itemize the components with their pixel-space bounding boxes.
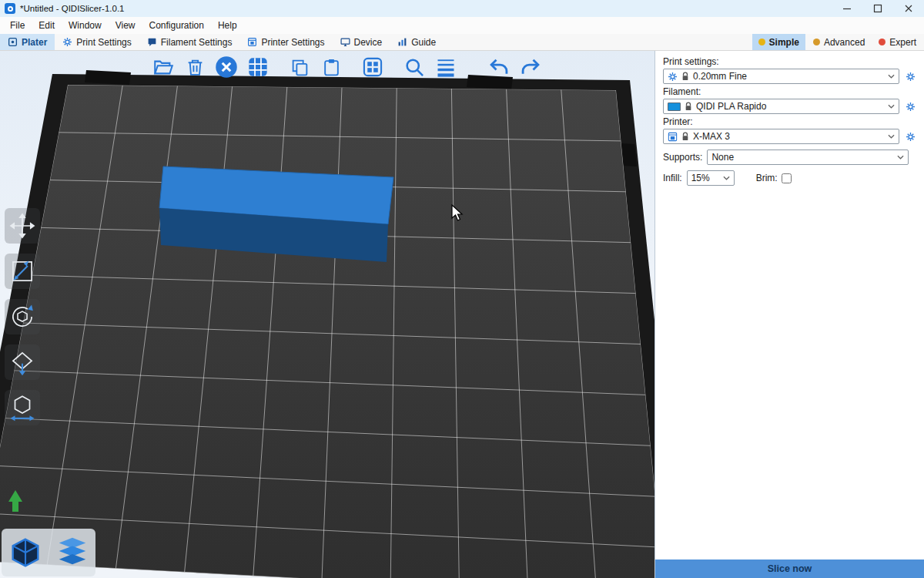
main-area: Print settings: 0.20mm Fine Filament: — [0, 51, 924, 578]
filament-edit-button[interactable] — [904, 99, 916, 113]
printer-edit-button[interactable] — [904, 129, 916, 143]
brim-checkbox[interactable] — [782, 173, 792, 183]
printer-value: X-MAX 3 — [693, 131, 884, 142]
viewport-3d[interactable] — [0, 51, 654, 578]
move-button[interactable] — [5, 208, 40, 244]
search-button[interactable] — [402, 55, 427, 79]
simple-mode-dot-icon — [758, 39, 765, 45]
supports-label: Supports: — [663, 152, 702, 163]
copy-button[interactable] — [287, 55, 312, 79]
filament-color-swatch — [668, 102, 681, 111]
preview-view-button[interactable] — [52, 532, 93, 573]
editor-view-icon — [8, 535, 43, 570]
print-settings-icon — [62, 37, 72, 47]
filament-label: Filament: — [663, 86, 916, 97]
tab-printer-settings[interactable]: Printer Settings — [239, 34, 332, 50]
chevron-down-icon — [888, 134, 895, 139]
supports-select[interactable]: None — [707, 150, 909, 165]
gear-icon — [906, 102, 916, 112]
menu-configuration[interactable]: Configuration — [142, 17, 211, 34]
chevron-down-icon — [897, 155, 904, 160]
place-on-face-button[interactable] — [5, 344, 40, 380]
split-objects-button[interactable] — [360, 55, 385, 79]
undo-button[interactable] — [487, 55, 511, 79]
scale-button[interactable] — [5, 254, 40, 289]
mode-advanced[interactable]: Advanced — [807, 34, 871, 50]
tab-device[interactable]: Device — [333, 34, 390, 50]
sidebar-spacer — [655, 186, 924, 560]
open-icon — [153, 57, 174, 78]
scale-icon — [8, 257, 37, 286]
bed-clip — [85, 70, 131, 85]
printer-select[interactable]: X-MAX 3 — [663, 129, 899, 144]
maximize-button[interactable] — [862, 0, 893, 17]
chevron-down-icon — [723, 176, 730, 180]
app-icon — [5, 3, 15, 14]
delete-all-button[interactable] — [214, 55, 239, 79]
chevron-down-icon — [888, 104, 895, 109]
view-switcher — [2, 529, 95, 576]
redo-button[interactable] — [518, 55, 543, 79]
tab-bar: Plater Print Settings Filament Settings … — [0, 34, 924, 51]
print-bed[interactable] — [0, 51, 654, 578]
plater-icon — [8, 37, 18, 47]
tab-label: Guide — [411, 37, 436, 48]
minimize-button[interactable] — [832, 0, 862, 17]
delete-button[interactable] — [182, 55, 207, 79]
tab-label: Filament Settings — [161, 37, 233, 48]
menu-bar: File Edit Window View Configuration Help — [0, 17, 924, 34]
tab-label: Print Settings — [76, 37, 131, 48]
paste-button[interactable] — [319, 55, 343, 79]
copy-icon — [290, 58, 310, 77]
mode-simple[interactable]: Simple — [752, 34, 805, 50]
printer-icon — [668, 132, 678, 142]
arrange-button[interactable] — [246, 55, 270, 79]
chevron-down-icon — [888, 74, 895, 79]
settings-sidebar: Print settings: 0.20mm Fine Filament: — [654, 51, 924, 578]
cut-button[interactable] — [5, 390, 40, 425]
tab-guide[interactable]: Guide — [390, 34, 444, 50]
tabbar-spacer — [444, 34, 752, 50]
mode-label: Simple — [769, 37, 799, 48]
slice-now-button[interactable]: Slice now — [655, 560, 924, 578]
rotate-button[interactable] — [5, 299, 40, 334]
open-button[interactable] — [151, 55, 176, 79]
tab-label: Device — [354, 37, 383, 48]
move-icon — [8, 211, 37, 240]
window-controls — [832, 0, 924, 17]
mode-label: Advanced — [824, 37, 865, 48]
print-settings-select[interactable]: 0.20mm Fine — [663, 69, 899, 84]
arrange-icon — [247, 56, 269, 78]
brim-label: Brim: — [756, 173, 778, 183]
bed-surface — [0, 85, 654, 578]
editor-view-button[interactable] — [5, 532, 46, 573]
viewport-toolbar — [151, 55, 543, 79]
gizmo-toolbar — [5, 208, 40, 425]
printer-label: Printer: — [663, 116, 916, 127]
filament-value: QIDI PLA Rapido — [696, 101, 884, 112]
filament-select[interactable]: QIDI PLA Rapido — [663, 99, 899, 114]
lock-icon — [681, 72, 689, 81]
close-icon — [904, 4, 913, 13]
print-settings-edit-button[interactable] — [904, 69, 916, 83]
advanced-mode-dot-icon — [813, 39, 820, 45]
tab-print-settings[interactable]: Print Settings — [55, 34, 139, 50]
tab-plater[interactable]: Plater — [0, 34, 55, 50]
mode-expert[interactable]: Expert — [872, 34, 922, 50]
close-button[interactable] — [893, 0, 924, 17]
mode-label: Expert — [889, 37, 916, 48]
menu-window[interactable]: Window — [62, 17, 109, 34]
menu-file[interactable]: File — [3, 17, 32, 34]
maximize-icon — [873, 4, 882, 13]
undo-icon — [488, 56, 510, 78]
window-title: *Untitled - QIDISlicer-1.0.1 — [20, 4, 125, 13]
tab-filament-settings[interactable]: Filament Settings — [139, 34, 240, 50]
menu-edit[interactable]: Edit — [32, 17, 62, 34]
settings-panel: Print settings: 0.20mm Fine Filament: — [655, 51, 924, 186]
menu-help[interactable]: Help — [211, 17, 244, 34]
tab-label: Printer Settings — [261, 37, 324, 48]
variable-layer-height-button[interactable] — [434, 55, 458, 79]
menu-view[interactable]: View — [109, 17, 142, 34]
infill-select[interactable]: 15% — [687, 170, 735, 186]
delete-icon — [186, 58, 205, 77]
